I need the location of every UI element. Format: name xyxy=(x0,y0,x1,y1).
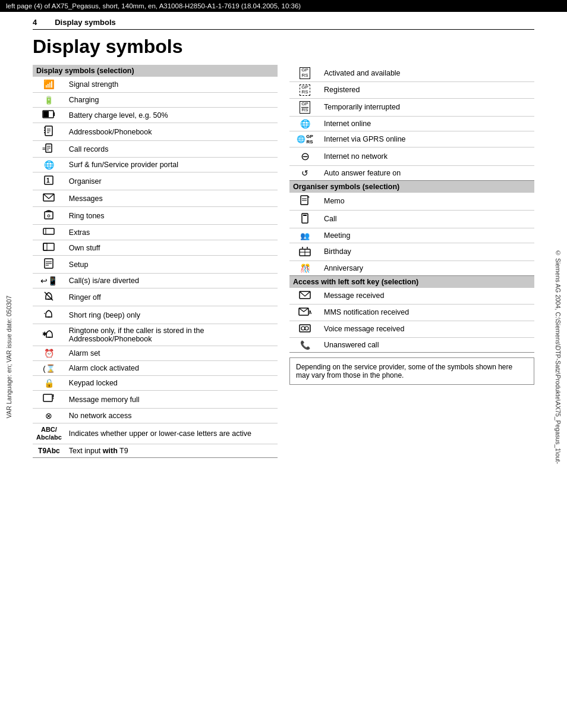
table-row: Memo xyxy=(289,193,534,211)
left-column: Display symbols (selection) 📶 Signal str… xyxy=(33,65,278,458)
symbol-label: Voice message received xyxy=(320,321,534,337)
table-row: Voice message received xyxy=(289,321,534,337)
symbol-label: Meeting xyxy=(320,228,534,243)
surf-icon: 🌐 xyxy=(44,160,54,170)
keypad-icon: 🔒 xyxy=(44,378,54,388)
svg-rect-41 xyxy=(303,215,307,216)
table-row: Message received xyxy=(289,288,534,305)
organiser-section-header: Organiser symbols (selection) xyxy=(289,181,534,193)
table-row: 🔋 Charging xyxy=(33,93,278,108)
setup-icon xyxy=(43,261,54,271)
left-section-header: Display symbols (selection) xyxy=(33,65,278,77)
symbol-label: Message received xyxy=(320,288,534,305)
memo-icon xyxy=(300,198,310,208)
icon-cell: ⊗ xyxy=(33,409,65,423)
left-symbol-table: 📶 Signal strength 🔋 Charging xyxy=(33,77,278,458)
table-row: ABC/Abc/abc Indicates whether upper or l… xyxy=(33,423,278,444)
access-table: Message received MK MMS notificatio xyxy=(289,288,534,353)
table-row: ⏰ Alarm set xyxy=(33,346,278,361)
table-row: 👥 Meeting xyxy=(289,228,534,243)
messagefull-icon: ! xyxy=(43,396,55,406)
birthday-icon xyxy=(299,249,311,258)
icon-cell: 🔋 xyxy=(33,93,65,108)
table-row: Ringer off xyxy=(33,288,278,306)
symbol-label: Own stuff xyxy=(65,240,278,256)
gprs-registered-icon: GPRS xyxy=(300,86,310,95)
icon-cell: 🌐 xyxy=(289,116,320,131)
symbol-label: Battery charge level, e.g. 50% xyxy=(65,108,278,123)
extras-icon xyxy=(43,228,55,237)
addressbook-icon xyxy=(43,128,54,138)
table-row: 🎊 Anniversary xyxy=(289,261,534,275)
symbol-label: Unanswered call xyxy=(320,337,534,352)
organiser-icon: 1 xyxy=(43,178,54,187)
shortring-icon xyxy=(43,312,55,321)
table-row: Ring tones xyxy=(33,207,278,225)
svg-point-20 xyxy=(48,215,50,217)
symbol-label: Alarm clock activated xyxy=(65,361,278,376)
icon-cell xyxy=(289,193,320,211)
icon-cell xyxy=(33,108,65,123)
icon-cell: ✱ xyxy=(33,324,65,346)
alarmclock-icon: (⌛ xyxy=(43,364,55,373)
ringtones-icon xyxy=(43,212,55,222)
icon-cell: 🔒 xyxy=(33,376,65,391)
t9abc-icon: T9Abc xyxy=(38,447,60,455)
icon-cell: GPRS xyxy=(289,81,320,99)
gprs-interrupted-icon: GPRS xyxy=(300,103,310,113)
icon-cell xyxy=(289,210,320,228)
left-sidebar: VAR Language: en; VAR issue date: 050307 xyxy=(0,30,18,684)
alarm-icon: ⏰ xyxy=(44,349,54,358)
svg-text:!: ! xyxy=(52,394,54,400)
table-row: Setup xyxy=(33,256,278,274)
icon-cell: T9Abc xyxy=(33,444,65,458)
symbol-label: Surf & fun/Service provider portal xyxy=(65,158,278,172)
diverted-icon: ↩📱 xyxy=(40,276,58,285)
mms-received-icon: MK xyxy=(298,309,311,318)
icon-cell xyxy=(33,288,65,306)
table-row: Extras xyxy=(33,225,278,240)
svg-text:1: 1 xyxy=(46,177,50,184)
symbol-label: Call records xyxy=(65,141,278,158)
icon-cell: ! xyxy=(33,391,65,409)
abc-icon: ABC/Abc/abc xyxy=(36,426,62,441)
access-section-header: Access with left soft key (selection) xyxy=(289,276,534,288)
icon-cell: 1 xyxy=(33,172,65,190)
icon-cell xyxy=(289,243,320,261)
table-row: GPRS Registered xyxy=(289,81,534,99)
icon-cell: (⌛ xyxy=(33,361,65,376)
table-row: ✱ Ringtone only, if the caller is stored… xyxy=(33,324,278,346)
symbol-label: Extras xyxy=(65,225,278,240)
symbol-label: Temporarily interrupted xyxy=(320,99,534,117)
symbol-label: Alarm set xyxy=(65,346,278,361)
table-row: Addressbook/Phonebook xyxy=(33,123,278,141)
table-row: ! Message memory full xyxy=(33,391,278,409)
internet-nonetwork-icon: ⊖ xyxy=(301,150,310,162)
icon-cell: 🌐 xyxy=(33,158,65,172)
svg-point-51 xyxy=(301,327,305,330)
symbol-label: Internet via GPRS online xyxy=(320,131,534,147)
symbol-label: Organiser xyxy=(65,172,278,190)
symbol-label: Internet no network xyxy=(320,147,534,165)
messages-icon xyxy=(43,194,55,204)
icon-cell xyxy=(33,123,65,141)
icon-cell: 🌐GPRS xyxy=(289,131,320,147)
icon-cell: 📶 xyxy=(33,77,65,93)
top-bar-text: left page (4) of AX75_Pegasus, short, 14… xyxy=(6,2,301,10)
symbol-label: Auto answer feature on xyxy=(320,165,534,180)
icon-cell: MK xyxy=(289,304,320,321)
note-text: Depending on the service provider, some … xyxy=(296,363,512,379)
symbol-label: Call(s) is/are diverted xyxy=(65,274,278,288)
symbol-label: Setup xyxy=(65,256,278,274)
symbol-label: Text input with T9 xyxy=(65,444,278,458)
symbol-label: Keypad locked xyxy=(65,376,278,391)
page-header: 4 Display symbols xyxy=(33,18,534,30)
symbol-label: Signal strength xyxy=(65,77,278,93)
symbol-label: No network access xyxy=(65,409,278,423)
icon-cell xyxy=(33,225,65,240)
table-row: 🔒 Keypad locked xyxy=(33,376,278,391)
battery-icon xyxy=(42,111,55,120)
organiser-table: Memo Call xyxy=(289,193,534,276)
symbol-label: Registered xyxy=(320,81,534,99)
symbol-label: Messages xyxy=(65,190,278,207)
